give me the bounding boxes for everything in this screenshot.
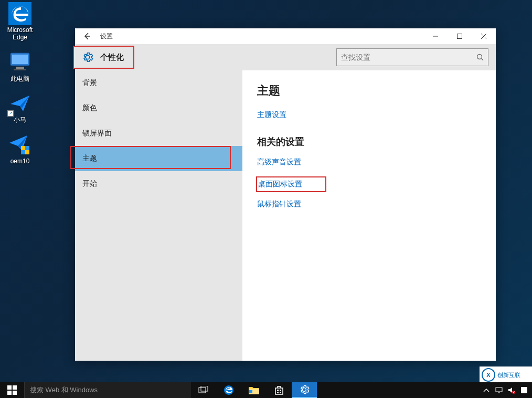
svg-rect-23 — [277, 392, 279, 393]
tray-volume-icon[interactable] — [506, 382, 517, 398]
svg-line-11 — [482, 59, 484, 61]
taskview-button[interactable] — [191, 382, 216, 398]
sidebar-item-themes[interactable]: 主题 — [75, 146, 242, 171]
header-row: 个性化 — [75, 44, 496, 70]
maximize-button[interactable] — [448, 28, 472, 44]
search-icon — [476, 54, 484, 61]
related-heading: 相关的设置 — [257, 135, 481, 148]
close-button[interactable] — [472, 28, 496, 44]
svg-rect-20 — [249, 390, 252, 393]
svg-rect-7 — [457, 34, 462, 39]
sidebar-label: 背景 — [82, 78, 97, 88]
tray-network-icon[interactable] — [493, 382, 505, 398]
minimize-icon — [432, 33, 439, 39]
oem10-label: oem10 — [10, 158, 30, 165]
start-button[interactable] — [0, 382, 24, 398]
xiaoma-label: 小马 — [14, 116, 26, 123]
search-input[interactable] — [341, 53, 476, 61]
sidebar-label: 颜色 — [82, 103, 97, 113]
advanced-sound-link[interactable]: 高级声音设置 — [257, 158, 481, 167]
content-heading: 主题 — [257, 83, 481, 99]
tray-chevron-icon[interactable] — [481, 382, 492, 398]
titlebar: 设置 — [75, 28, 496, 44]
settings-taskbar-button[interactable] — [292, 382, 317, 398]
paperplane-shield-icon — [8, 133, 31, 156]
store-taskbar-button[interactable] — [267, 382, 292, 398]
minimize-button[interactable] — [423, 28, 448, 44]
desktop-icon-xiaoma[interactable]: ↗ 小马 — [3, 92, 37, 123]
watermark-logo-icon: X — [482, 368, 495, 382]
tray-notifications-icon[interactable] — [518, 382, 530, 398]
back-button[interactable] — [75, 28, 99, 44]
svg-rect-22 — [280, 390, 281, 391]
content-panel: 主题 主题设置 相关的设置 高级声音设置 桌面图标设置 鼠标指针设置 — [242, 70, 496, 361]
watermark-text: 创新互联 — [497, 371, 520, 379]
watermark: X 创新互联 — [480, 366, 532, 383]
shortcut-arrow-icon: ↗ — [7, 110, 14, 117]
maximize-icon — [456, 33, 463, 39]
sidebar-item-lockscreen[interactable]: 锁屏界面 — [75, 121, 242, 146]
svg-rect-2 — [12, 55, 28, 64]
svg-rect-24 — [280, 392, 281, 393]
desktop-icons: Microsoft Edge 此电脑 ↗ 小马 oem10 — [3, 2, 37, 165]
taskview-icon — [198, 386, 209, 394]
sidebar-item-start[interactable]: 开始 — [75, 171, 242, 196]
desktop-icon-settings-highlight: 桌面图标设置 — [256, 176, 326, 192]
search-box[interactable] — [336, 48, 488, 66]
personalization-header-highlight: 个性化 — [73, 46, 134, 69]
taskbar-search-placeholder: 搜索 Web 和 Windows — [30, 385, 98, 395]
svg-rect-21 — [277, 390, 279, 391]
explorer-taskbar-button[interactable] — [241, 382, 267, 398]
svg-rect-4 — [14, 69, 26, 70]
desktop-icon-oem10[interactable]: oem10 — [3, 133, 37, 165]
window-controls — [423, 28, 496, 44]
gear-icon — [299, 384, 310, 395]
sidebar-item-background[interactable]: 背景 — [75, 70, 242, 96]
sidebar-item-colors[interactable]: 颜色 — [75, 96, 242, 121]
taskbar-search[interactable]: 搜索 Web 和 Windows — [24, 382, 191, 398]
task-icons — [191, 382, 317, 398]
body-area: 背景 颜色 锁屏界面 主题 开始 主题 主题设置 相关的设置 高级声音设置 桌面… — [75, 70, 496, 361]
svg-rect-13 — [13, 385, 17, 390]
svg-rect-12 — [7, 385, 12, 390]
svg-rect-25 — [496, 387, 502, 392]
svg-rect-3 — [16, 67, 24, 69]
taskbar: 搜索 Web 和 Windows — [0, 382, 532, 398]
svg-rect-17 — [201, 386, 208, 391]
svg-rect-15 — [13, 391, 17, 395]
edge-taskbar-button[interactable] — [216, 382, 241, 398]
svg-point-10 — [477, 55, 482, 59]
settings-window: 设置 个性化 背景 颜色 锁屏界面 主题 开始 — [75, 28, 496, 361]
back-arrow-icon — [82, 32, 92, 41]
sidebar-label: 主题 — [82, 154, 97, 163]
desktop-icon-settings-link[interactable]: 桌面图标设置 — [258, 180, 302, 189]
header-title: 个性化 — [100, 53, 124, 62]
edge-icon — [223, 384, 235, 396]
sidebar-label: 锁屏界面 — [82, 129, 112, 138]
svg-rect-30 — [521, 387, 527, 393]
store-icon — [274, 385, 284, 395]
folder-icon — [248, 385, 260, 395]
computer-icon — [8, 51, 31, 74]
window-title: 设置 — [100, 32, 113, 41]
sidebar: 背景 颜色 锁屏界面 主题 开始 — [75, 70, 242, 361]
close-icon — [481, 33, 487, 39]
edge-label: Microsoft Edge — [3, 26, 37, 41]
mouse-pointer-link[interactable]: 鼠标指针设置 — [257, 200, 481, 209]
thispc-label: 此电脑 — [10, 75, 29, 82]
system-tray — [481, 382, 532, 398]
gear-icon — [81, 51, 94, 64]
windows-icon — [7, 385, 17, 395]
svg-rect-16 — [199, 387, 206, 393]
theme-settings-link[interactable]: 主题设置 — [257, 110, 481, 120]
svg-rect-14 — [7, 391, 12, 395]
desktop-icon-thispc[interactable]: 此电脑 — [3, 51, 37, 82]
sidebar-label: 开始 — [82, 179, 97, 188]
desktop-icon-edge[interactable]: Microsoft Edge — [3, 2, 37, 41]
edge-icon — [8, 2, 31, 25]
